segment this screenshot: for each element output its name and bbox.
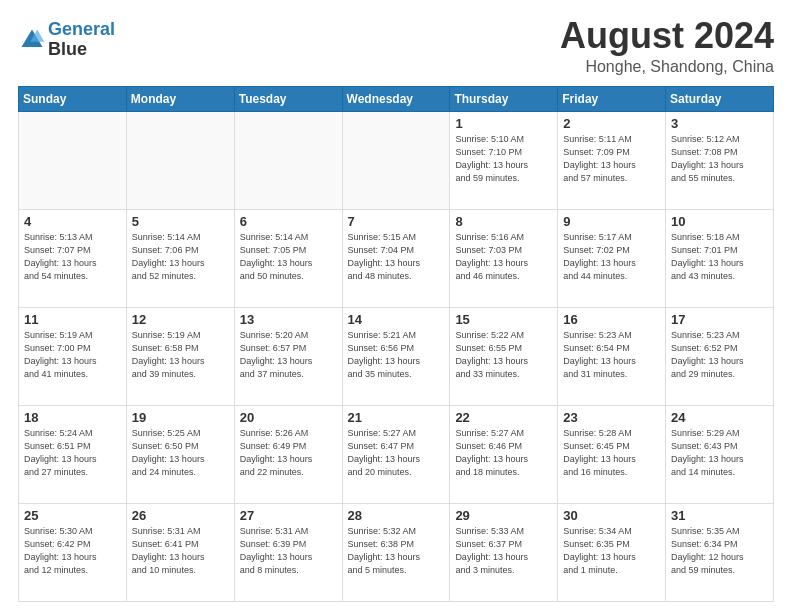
day-info: Sunrise: 5:22 AMSunset: 6:55 PMDaylight:… [455,329,552,381]
calendar-cell: 13Sunrise: 5:20 AMSunset: 6:57 PMDayligh… [234,307,342,405]
calendar-cell: 27Sunrise: 5:31 AMSunset: 6:39 PMDayligh… [234,503,342,601]
calendar-cell: 29Sunrise: 5:33 AMSunset: 6:37 PMDayligh… [450,503,558,601]
day-number: 23 [563,410,660,425]
day-number: 26 [132,508,229,523]
day-number: 4 [24,214,121,229]
calendar-cell [126,111,234,209]
logo-icon [18,26,46,54]
day-info: Sunrise: 5:28 AMSunset: 6:45 PMDaylight:… [563,427,660,479]
day-info: Sunrise: 5:30 AMSunset: 6:42 PMDaylight:… [24,525,121,577]
day-number: 30 [563,508,660,523]
header: General Blue August 2024 Honghe, Shandon… [18,16,774,76]
day-info: Sunrise: 5:10 AMSunset: 7:10 PMDaylight:… [455,133,552,185]
calendar-cell: 20Sunrise: 5:26 AMSunset: 6:49 PMDayligh… [234,405,342,503]
calendar-cell: 12Sunrise: 5:19 AMSunset: 6:58 PMDayligh… [126,307,234,405]
day-info: Sunrise: 5:31 AMSunset: 6:39 PMDaylight:… [240,525,337,577]
day-number: 1 [455,116,552,131]
calendar-cell: 1Sunrise: 5:10 AMSunset: 7:10 PMDaylight… [450,111,558,209]
day-info: Sunrise: 5:25 AMSunset: 6:50 PMDaylight:… [132,427,229,479]
day-number: 20 [240,410,337,425]
month-year: August 2024 [560,16,774,56]
day-number: 8 [455,214,552,229]
day-number: 16 [563,312,660,327]
day-number: 2 [563,116,660,131]
day-number: 9 [563,214,660,229]
calendar-cell [19,111,127,209]
calendar-cell: 26Sunrise: 5:31 AMSunset: 6:41 PMDayligh… [126,503,234,601]
calendar-cell: 17Sunrise: 5:23 AMSunset: 6:52 PMDayligh… [666,307,774,405]
day-number: 31 [671,508,768,523]
day-info: Sunrise: 5:16 AMSunset: 7:03 PMDaylight:… [455,231,552,283]
calendar-body: 1Sunrise: 5:10 AMSunset: 7:10 PMDaylight… [19,111,774,601]
calendar-cell: 15Sunrise: 5:22 AMSunset: 6:55 PMDayligh… [450,307,558,405]
day-info: Sunrise: 5:19 AMSunset: 6:58 PMDaylight:… [132,329,229,381]
week-row-2: 11Sunrise: 5:19 AMSunset: 7:00 PMDayligh… [19,307,774,405]
week-row-0: 1Sunrise: 5:10 AMSunset: 7:10 PMDaylight… [19,111,774,209]
calendar-cell: 16Sunrise: 5:23 AMSunset: 6:54 PMDayligh… [558,307,666,405]
calendar-cell: 11Sunrise: 5:19 AMSunset: 7:00 PMDayligh… [19,307,127,405]
day-info: Sunrise: 5:35 AMSunset: 6:34 PMDaylight:… [671,525,768,577]
day-info: Sunrise: 5:20 AMSunset: 6:57 PMDaylight:… [240,329,337,381]
day-info: Sunrise: 5:18 AMSunset: 7:01 PMDaylight:… [671,231,768,283]
day-number: 17 [671,312,768,327]
day-info: Sunrise: 5:29 AMSunset: 6:43 PMDaylight:… [671,427,768,479]
day-number: 15 [455,312,552,327]
day-info: Sunrise: 5:15 AMSunset: 7:04 PMDaylight:… [348,231,445,283]
day-info: Sunrise: 5:34 AMSunset: 6:35 PMDaylight:… [563,525,660,577]
logo-text: General Blue [48,20,115,60]
day-info: Sunrise: 5:21 AMSunset: 6:56 PMDaylight:… [348,329,445,381]
weekday-friday: Friday [558,86,666,111]
day-number: 22 [455,410,552,425]
weekday-thursday: Thursday [450,86,558,111]
day-info: Sunrise: 5:11 AMSunset: 7:09 PMDaylight:… [563,133,660,185]
day-info: Sunrise: 5:24 AMSunset: 6:51 PMDaylight:… [24,427,121,479]
day-info: Sunrise: 5:17 AMSunset: 7:02 PMDaylight:… [563,231,660,283]
day-number: 7 [348,214,445,229]
calendar-cell: 31Sunrise: 5:35 AMSunset: 6:34 PMDayligh… [666,503,774,601]
weekday-tuesday: Tuesday [234,86,342,111]
day-info: Sunrise: 5:27 AMSunset: 6:46 PMDaylight:… [455,427,552,479]
calendar-cell: 8Sunrise: 5:16 AMSunset: 7:03 PMDaylight… [450,209,558,307]
calendar-cell: 30Sunrise: 5:34 AMSunset: 6:35 PMDayligh… [558,503,666,601]
day-info: Sunrise: 5:12 AMSunset: 7:08 PMDaylight:… [671,133,768,185]
week-row-3: 18Sunrise: 5:24 AMSunset: 6:51 PMDayligh… [19,405,774,503]
day-number: 3 [671,116,768,131]
day-number: 27 [240,508,337,523]
calendar-cell: 4Sunrise: 5:13 AMSunset: 7:07 PMDaylight… [19,209,127,307]
day-number: 11 [24,312,121,327]
weekday-saturday: Saturday [666,86,774,111]
day-number: 5 [132,214,229,229]
calendar-cell: 14Sunrise: 5:21 AMSunset: 6:56 PMDayligh… [342,307,450,405]
day-info: Sunrise: 5:31 AMSunset: 6:41 PMDaylight:… [132,525,229,577]
calendar-cell: 25Sunrise: 5:30 AMSunset: 6:42 PMDayligh… [19,503,127,601]
calendar-cell: 21Sunrise: 5:27 AMSunset: 6:47 PMDayligh… [342,405,450,503]
calendar-cell: 10Sunrise: 5:18 AMSunset: 7:01 PMDayligh… [666,209,774,307]
weekday-wednesday: Wednesday [342,86,450,111]
calendar-cell [342,111,450,209]
day-info: Sunrise: 5:23 AMSunset: 6:54 PMDaylight:… [563,329,660,381]
day-info: Sunrise: 5:32 AMSunset: 6:38 PMDaylight:… [348,525,445,577]
day-info: Sunrise: 5:26 AMSunset: 6:49 PMDaylight:… [240,427,337,479]
day-info: Sunrise: 5:14 AMSunset: 7:06 PMDaylight:… [132,231,229,283]
calendar-cell: 22Sunrise: 5:27 AMSunset: 6:46 PMDayligh… [450,405,558,503]
day-number: 24 [671,410,768,425]
calendar-cell: 9Sunrise: 5:17 AMSunset: 7:02 PMDaylight… [558,209,666,307]
logo: General Blue [18,20,115,60]
day-number: 21 [348,410,445,425]
day-info: Sunrise: 5:13 AMSunset: 7:07 PMDaylight:… [24,231,121,283]
day-number: 18 [24,410,121,425]
calendar-cell: 24Sunrise: 5:29 AMSunset: 6:43 PMDayligh… [666,405,774,503]
day-info: Sunrise: 5:23 AMSunset: 6:52 PMDaylight:… [671,329,768,381]
calendar-cell: 19Sunrise: 5:25 AMSunset: 6:50 PMDayligh… [126,405,234,503]
week-row-1: 4Sunrise: 5:13 AMSunset: 7:07 PMDaylight… [19,209,774,307]
calendar-cell: 3Sunrise: 5:12 AMSunset: 7:08 PMDaylight… [666,111,774,209]
day-number: 25 [24,508,121,523]
day-number: 14 [348,312,445,327]
page: General Blue August 2024 Honghe, Shandon… [0,0,792,612]
day-number: 28 [348,508,445,523]
calendar-cell: 28Sunrise: 5:32 AMSunset: 6:38 PMDayligh… [342,503,450,601]
day-number: 10 [671,214,768,229]
day-number: 29 [455,508,552,523]
weekday-sunday: Sunday [19,86,127,111]
calendar-table: SundayMondayTuesdayWednesdayThursdayFrid… [18,86,774,602]
